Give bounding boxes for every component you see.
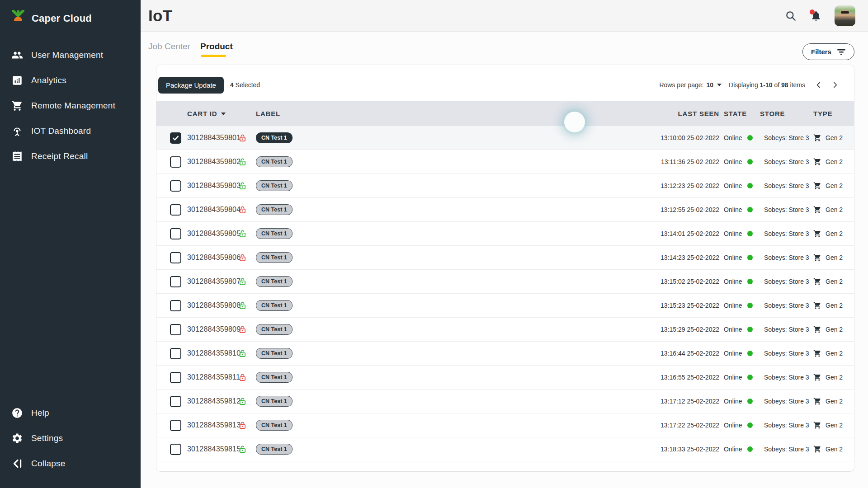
tab-product[interactable]: Product (200, 42, 233, 56)
last-seen-cell: 13:16:55 25-02-2022 (615, 374, 719, 381)
online-status-dot (747, 207, 753, 212)
filters-button[interactable]: Filters (802, 43, 854, 60)
cart-type-icon (813, 182, 821, 190)
lock-icon (238, 397, 256, 406)
state-cell: Online (719, 134, 755, 141)
type-cell: Gen 2 (809, 397, 854, 405)
row-checkbox[interactable] (170, 156, 181, 168)
sidebar-item-iot-dashboard[interactable]: IOT Dashboard (0, 118, 141, 144)
label-badge: CN Test 1 (256, 348, 292, 359)
row-checkbox[interactable] (170, 228, 181, 239)
table-row: 3012884359812 CN Test 1 13:17:12 25-02-2… (156, 389, 854, 413)
state-cell: Online (719, 326, 755, 333)
state-cell: Online (719, 206, 755, 213)
row-checkbox[interactable] (170, 324, 181, 335)
sort-caret-icon (221, 113, 226, 115)
type-cell: Gen 2 (809, 301, 854, 310)
row-checkbox[interactable] (170, 276, 181, 287)
last-seen-cell: 13:17:12 25-02-2022 (615, 398, 719, 405)
type-cell: Gen 2 (809, 182, 854, 190)
store-cell: Sobeys: Store 3 (755, 253, 809, 262)
row-checkbox[interactable] (170, 420, 181, 431)
cart-id-cell: 3012884359815 (187, 445, 238, 453)
analytics-icon (11, 75, 23, 87)
main-area: IoT Job Center Product Filters (141, 0, 868, 488)
row-checkbox[interactable] (170, 300, 181, 311)
sidebar-item-label: Settings (31, 433, 63, 443)
table-row: 3012884359806 CN Test 1 13:14:23 25-02-2… (156, 246, 854, 270)
next-page-button[interactable] (831, 81, 839, 89)
last-seen-cell: 13:10:00 25-02-2022 (615, 134, 719, 141)
lock-icon (238, 445, 256, 454)
label-badge: CN Test 1 (256, 132, 292, 143)
table-row: 3012884359813 CN Test 1 13:17:22 25-02-2… (156, 413, 854, 437)
row-checkbox[interactable] (170, 348, 181, 359)
sidebar-item-settings[interactable]: Settings (0, 426, 141, 451)
store-cell: Sobeys: Store 3 (755, 349, 809, 357)
store-cell: Sobeys: Store 3 (755, 421, 809, 429)
users-icon (11, 49, 23, 61)
state-cell: Online (719, 422, 755, 429)
table-row: 3012884359815 CN Test 1 13:18:33 25-02-2… (156, 437, 854, 461)
device-table-card: Package Update 4 Selected Rows per page:… (156, 65, 854, 472)
column-header-last-seen: LAST SEEN (615, 110, 719, 117)
cart-type-icon (813, 230, 821, 238)
sidebar-nav: User Management Analytics Remote Managem… (0, 42, 141, 169)
prev-page-button[interactable] (815, 81, 822, 89)
row-checkbox[interactable] (170, 396, 181, 407)
package-update-button[interactable]: Package Update (158, 77, 224, 94)
sidebar-item-user-management[interactable]: User Management (0, 42, 141, 68)
lock-icon (238, 181, 256, 191)
online-status-dot (747, 159, 753, 164)
label-badge: CN Test 1 (256, 204, 292, 215)
online-status-dot (747, 327, 753, 332)
table-row: 3012884359802 CN Test 1 13:11:36 25-02-2… (156, 150, 854, 174)
sidebar-item-label: Analytics (31, 75, 66, 85)
label-badge: CN Test 1 (256, 324, 292, 335)
notifications-bell-icon[interactable] (809, 9, 823, 23)
row-checkbox[interactable] (170, 252, 181, 263)
online-status-dot (747, 135, 753, 141)
row-checkbox[interactable] (170, 180, 181, 192)
cart-type-icon (813, 206, 821, 214)
page-title: IoT (148, 7, 172, 25)
online-status-dot (747, 279, 753, 284)
row-checkbox[interactable] (170, 372, 181, 383)
cart-type-icon (813, 301, 821, 310)
tab-job-center[interactable]: Job Center (148, 42, 190, 56)
lock-icon (238, 301, 256, 310)
cart-type-icon (813, 158, 821, 166)
row-checkbox[interactable] (170, 204, 181, 216)
column-header-cart-id[interactable]: CART ID (187, 110, 238, 117)
carrot-logo-icon (11, 10, 25, 27)
cart-id-cell: 3012884359809 (187, 325, 238, 333)
cart-id-cell: 3012884359812 (187, 397, 238, 405)
row-checkbox[interactable] (170, 132, 181, 144)
sidebar-item-remote-management[interactable]: Remote Management (0, 93, 141, 118)
last-seen-cell: 13:11:36 25-02-2022 (615, 158, 719, 165)
table-row: 3012884359804 CN Test 1 13:12:55 25-02-2… (156, 198, 854, 222)
cart-type-icon (813, 373, 821, 381)
filter-icon (837, 48, 846, 56)
sidebar-item-analytics[interactable]: Analytics (0, 68, 141, 93)
lock-icon (238, 205, 256, 215)
sidebar-item-label: User Management (31, 50, 103, 60)
last-seen-cell: 13:16:44 25-02-2022 (615, 350, 719, 357)
lock-icon (238, 325, 256, 334)
cart-type-icon (813, 253, 821, 262)
label-badge: CN Test 1 (256, 300, 292, 311)
row-checkbox[interactable] (170, 444, 181, 455)
store-cell: Sobeys: Store 3 (755, 445, 809, 453)
state-cell: Online (719, 278, 755, 285)
sidebar-item-receipt-recall[interactable]: Receipt Recall (0, 144, 141, 169)
sidebar-item-collapse[interactable]: Collapse (0, 451, 141, 476)
sidebar-item-help[interactable]: Help (0, 400, 141, 426)
rows-per-page-select[interactable]: Rows per page: 10 (659, 81, 722, 89)
sidebar-spacer (0, 169, 141, 400)
search-icon[interactable] (784, 9, 797, 23)
store-cell: Sobeys: Store 3 (755, 277, 809, 286)
cart-id-cell: 3012884359811 (187, 373, 238, 381)
last-seen-cell: 13:15:02 25-02-2022 (615, 278, 719, 285)
cart-id-cell: 3012884359803 (187, 182, 238, 190)
avatar[interactable] (835, 5, 855, 26)
